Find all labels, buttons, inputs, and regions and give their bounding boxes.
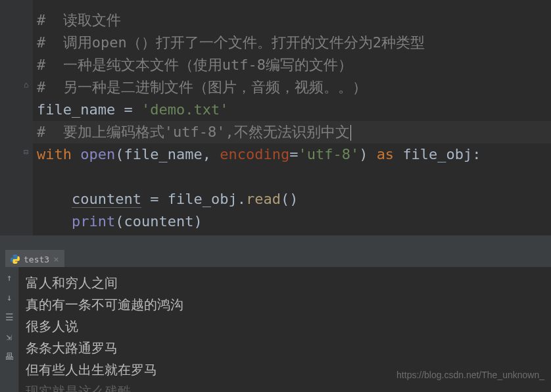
variable: file_obj <box>402 146 472 162</box>
paren: () <box>281 191 299 207</box>
comment-line: # 一种是纯文本文件（使用utf-8编写的文件） <box>37 57 352 73</box>
run-toolbar: ↑ ↓ ☰ ⇲ 🖶 <box>0 267 18 392</box>
output-line: 富人和穷人之间 <box>26 272 544 294</box>
keyword-as: as <box>377 146 395 162</box>
watermark-text: https://blog.csdn.net/The_unknown_ <box>396 370 544 380</box>
paren: ) <box>359 146 368 162</box>
operator: = <box>115 101 141 118</box>
paren: ( <box>115 146 124 162</box>
output-line: 真的有一条不可逾越的鸿沟 <box>26 294 544 316</box>
object: file_obj <box>168 191 237 207</box>
export-button[interactable]: ⇲ <box>3 330 16 343</box>
run-tab-bar: test3 × <box>0 250 551 267</box>
run-tab-label: test3 <box>24 255 49 264</box>
dot: . <box>237 191 246 207</box>
comment-line: # 调用open（）打开了一个文件。打开的文件分为2种类型 <box>37 34 425 51</box>
code-editor[interactable]: ⌂ ⊟ # 读取文件 # 调用open（）打开了一个文件。打开的文件分为2种类型… <box>0 0 551 235</box>
output-line: 现实就是这么残酷 <box>26 381 544 392</box>
python-icon <box>11 255 20 264</box>
run-tab[interactable]: test3 × <box>5 250 64 267</box>
paren: ) <box>193 213 202 230</box>
kwarg-name: encoding <box>220 146 289 162</box>
fold-icon[interactable]: ⌂ <box>24 80 28 89</box>
output-line: 很多人说 <box>26 316 544 337</box>
paren: ( <box>115 213 124 230</box>
close-icon[interactable]: × <box>53 254 59 264</box>
builtin-print: print <box>72 213 115 230</box>
builtin-open: open <box>80 146 115 162</box>
print-button[interactable]: 🖶 <box>3 350 16 363</box>
string-literal: 'utf-8' <box>298 146 359 162</box>
comment-line: # 另一种是二进制文件（图片，音频，视频。。） <box>37 79 367 95</box>
argument: file_name <box>124 146 202 162</box>
comment-line: # 读取文件 <box>37 12 121 28</box>
string-literal: 'demo.txt' <box>141 101 228 118</box>
stop-button[interactable]: ↓ <box>3 291 16 304</box>
output-line: 条条大路通罗马 <box>26 337 544 359</box>
variable: countent <box>72 191 141 208</box>
variable: file_name <box>37 101 115 118</box>
method-read: read <box>246 191 281 207</box>
keyword-with: with <box>37 146 72 162</box>
text-cursor <box>350 125 351 141</box>
colon: : <box>472 146 481 162</box>
editor-gutter: ⌂ ⊟ <box>0 0 33 235</box>
panel-divider[interactable] <box>0 235 551 250</box>
operator: = <box>141 191 168 207</box>
equals: = <box>289 146 298 162</box>
scroll-button[interactable]: ☰ <box>3 310 16 324</box>
collapse-icon[interactable]: ⊟ <box>24 147 28 157</box>
code-content[interactable]: # 读取文件 # 调用open（）打开了一个文件。打开的文件分为2种类型 # 一… <box>33 0 551 235</box>
comment-line: # 要加上编码格式'utf-8',不然无法识别中文 <box>37 124 350 140</box>
comma: , <box>203 146 220 162</box>
argument: countent <box>124 213 193 230</box>
rerun-button[interactable]: ↑ <box>3 271 16 284</box>
